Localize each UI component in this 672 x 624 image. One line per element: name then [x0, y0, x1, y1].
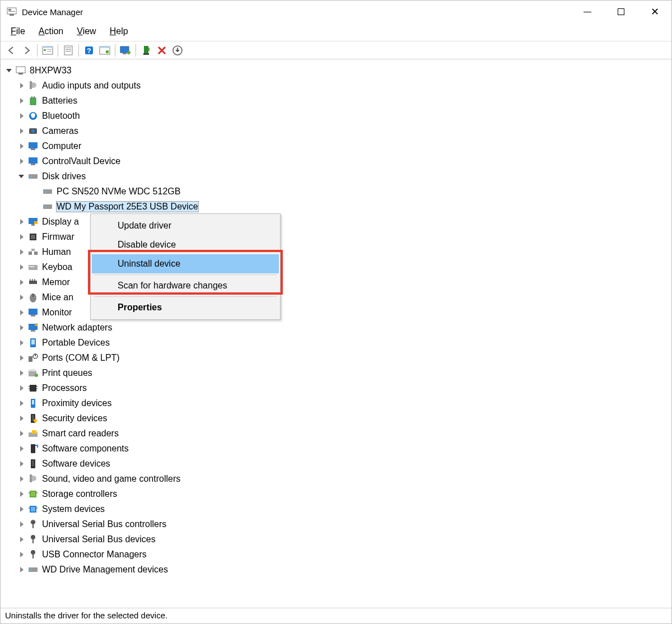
chevron-right-icon[interactable]	[17, 444, 26, 453]
chevron-right-icon[interactable]	[17, 127, 26, 136]
chevron-right-icon[interactable]	[17, 217, 26, 226]
svg-rect-84	[32, 430, 36, 434]
help-button[interactable]: ?	[82, 43, 96, 58]
tree-category[interactable]: Universal Serial Bus devices	[1, 532, 671, 547]
enable-device-button[interactable]	[139, 43, 153, 58]
svg-text:?: ?	[87, 46, 91, 55]
tree-device[interactable]: PC SN520 NVMe WDC 512GB	[1, 184, 671, 199]
tree-category[interactable]: Universal Serial Bus controllers	[1, 516, 671, 532]
chevron-right-icon[interactable]	[17, 414, 26, 423]
chevron-right-icon[interactable]	[17, 550, 26, 559]
chevron-right-icon[interactable]	[17, 353, 26, 362]
scan-hardware-button[interactable]	[97, 43, 112, 58]
tree-category[interactable]: Ports (COM & LPT)	[1, 350, 671, 365]
chevron-right-icon[interactable]	[17, 232, 26, 241]
category-label: Software devices	[42, 459, 110, 469]
tree-category[interactable]: Cameras	[1, 123, 671, 138]
tree-category[interactable]: Network adapters	[1, 320, 671, 335]
tree-category[interactable]: Portable Devices	[1, 335, 671, 350]
ctx-uninstall-device[interactable]: Uninstall device	[92, 254, 279, 273]
svg-point-104	[30, 569, 32, 570]
tree-root[interactable]: 8HXPW33	[1, 63, 671, 78]
svg-rect-7	[47, 49, 52, 50]
forward-button[interactable]	[20, 43, 34, 58]
tree-category[interactable]: ControlVault Device	[1, 153, 671, 169]
svg-rect-22	[143, 53, 149, 55]
chevron-right-icon[interactable]	[17, 505, 26, 514]
device-tree[interactable]: 8HXPW33 Audio inputs and outputsBatterie…	[1, 59, 671, 607]
chevron-right-icon[interactable]	[17, 474, 26, 483]
chevron-right-icon[interactable]	[17, 490, 26, 499]
tree-category[interactable]: Storage controllers	[1, 486, 671, 501]
chevron-right-icon[interactable]	[17, 384, 26, 393]
tree-category[interactable]: USB Connector Managers	[1, 547, 671, 562]
tree-category[interactable]: Computer	[1, 138, 671, 153]
chevron-right-icon[interactable]	[17, 565, 26, 574]
category-icon	[27, 549, 39, 560]
menu-help[interactable]: Help	[105, 25, 133, 38]
update-driver-button[interactable]	[118, 43, 133, 58]
tree-category[interactable]: Batteries	[1, 93, 671, 108]
menu-view[interactable]: View	[72, 25, 100, 38]
chevron-right-icon[interactable]	[17, 142, 26, 151]
chevron-right-icon[interactable]	[17, 293, 26, 302]
svg-point-42	[45, 206, 46, 207]
chevron-right-icon[interactable]	[17, 157, 26, 166]
chevron-down-icon[interactable]	[17, 172, 26, 181]
add-legacy-button[interactable]	[170, 43, 185, 58]
tree-category[interactable]: Sound, video and game controllers	[1, 471, 671, 486]
chevron-right-icon[interactable]	[17, 248, 26, 257]
svg-rect-5	[43, 46, 53, 48]
tree-category[interactable]: Smart card readers	[1, 426, 671, 441]
uninstall-button[interactable]	[155, 43, 169, 58]
chevron-right-icon[interactable]	[17, 263, 26, 272]
menu-action[interactable]: Action	[34, 25, 68, 38]
tree-category[interactable]: Proximity devices	[1, 395, 671, 411]
tree-category[interactable]: Bluetooth	[1, 108, 671, 123]
tree-category[interactable]: Software components	[1, 441, 671, 456]
tree-category[interactable]: Processors	[1, 380, 671, 395]
tree-category[interactable]: Disk drives	[1, 169, 671, 184]
category-icon	[27, 307, 39, 318]
chevron-right-icon[interactable]	[17, 535, 26, 544]
tree-device[interactable]: WD My Passport 25E3 USB Device	[1, 199, 671, 214]
chevron-right-icon[interactable]	[17, 459, 26, 468]
ctx-disable-device[interactable]: Disable device	[92, 235, 279, 254]
chevron-right-icon[interactable]	[17, 369, 26, 378]
show-tree-button[interactable]	[40, 43, 55, 58]
tree-category[interactable]: Software devices	[1, 456, 671, 471]
chevron-right-icon[interactable]	[17, 429, 26, 438]
menu-file[interactable]: File	[6, 25, 30, 38]
tree-category[interactable]: Security devices	[1, 411, 671, 426]
tree-category[interactable]: Audio inputs and outputs	[1, 78, 671, 93]
minimize-button[interactable]	[571, 1, 604, 23]
tree-category[interactable]: System devices	[1, 501, 671, 516]
tree-category[interactable]: Print queues	[1, 365, 671, 380]
chevron-down-icon[interactable]	[5, 66, 14, 75]
chevron-right-icon[interactable]	[17, 308, 26, 317]
chevron-right-icon[interactable]	[17, 96, 26, 105]
chevron-right-icon[interactable]	[17, 338, 26, 347]
ctx-properties[interactable]: Properties	[92, 298, 279, 317]
svg-rect-66	[31, 339, 35, 344]
ctx-update-driver[interactable]: Update driver	[92, 216, 279, 235]
svg-rect-3	[10, 14, 14, 16]
category-icon	[27, 322, 39, 333]
toolbar-separator	[78, 44, 79, 57]
maximize-button[interactable]	[604, 1, 638, 23]
properties-button[interactable]	[61, 43, 76, 58]
ctx-scan-hardware[interactable]: Scan for hardware changes	[92, 276, 279, 295]
back-button[interactable]	[4, 43, 18, 58]
tree-category[interactable]: WD Drive Management devices	[1, 562, 671, 577]
chevron-right-icon[interactable]	[17, 399, 26, 408]
category-label: Computer	[42, 141, 81, 151]
chevron-right-icon[interactable]	[17, 111, 26, 120]
close-button[interactable]: ✕	[638, 1, 671, 23]
chevron-right-icon[interactable]	[17, 520, 26, 529]
svg-rect-19	[123, 53, 127, 54]
chevron-right-icon[interactable]	[17, 323, 26, 332]
chevron-right-icon[interactable]	[17, 81, 26, 90]
toolbar-separator	[136, 44, 136, 57]
chevron-right-icon[interactable]	[17, 278, 26, 287]
device-label: WD My Passport 25E3 USB Device	[57, 202, 198, 212]
